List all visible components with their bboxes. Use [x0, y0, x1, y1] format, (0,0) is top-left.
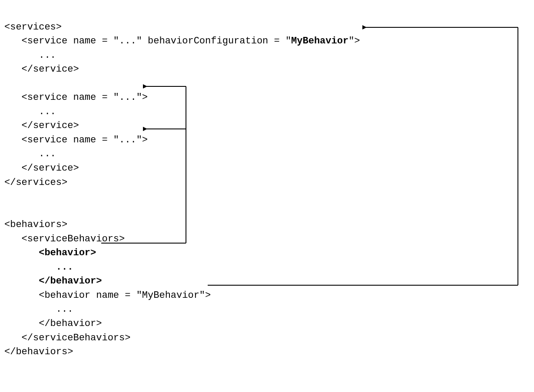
diagram-root: <services> <service name = "..." behavio… — [0, 0, 534, 392]
code-block: <services> <service name = "..." behavio… — [4, 6, 530, 359]
line-behavior-named-open: <behavior name = "MyBehavior"> — [4, 290, 211, 301]
line-servicebehaviors-open: <serviceBehaviors> — [4, 234, 125, 244]
line-service3-close: </service> — [4, 163, 79, 174]
line-behaviors-open: <behaviors> — [4, 219, 67, 230]
line-service2-close: </service> — [4, 120, 79, 131]
line-services-close: </services> — [4, 177, 67, 188]
line-services-open: <services> — [4, 22, 62, 33]
line-service1-behavior-ref: MyBehavior — [291, 36, 348, 46]
line-service2-open: <service name = "..."> — [4, 92, 148, 103]
line-service1-close: </service> — [4, 64, 79, 75]
line-service1-body: ... — [4, 50, 56, 61]
line-behavior-unnamed-open: <behavior> — [4, 247, 96, 258]
line-service3-open: <service name = "..."> — [4, 135, 148, 145]
line-service2-body: ... — [4, 106, 56, 117]
line-behavior-named-body: ... — [4, 304, 73, 315]
line-service1-open-c: "> — [348, 36, 360, 46]
line-behavior-named-close: </behavior> — [4, 318, 102, 329]
line-service1-open-a: <service name = "..." behaviorConfigurat… — [4, 36, 291, 46]
line-service3-body: ... — [4, 148, 56, 159]
line-behavior-unnamed-close: </behavior> — [4, 276, 102, 287]
line-behavior-unnamed-body: ... — [4, 262, 73, 273]
line-servicebehaviors-close: </serviceBehaviors> — [4, 333, 130, 343]
line-behaviors-close: </behaviors> — [4, 346, 73, 357]
